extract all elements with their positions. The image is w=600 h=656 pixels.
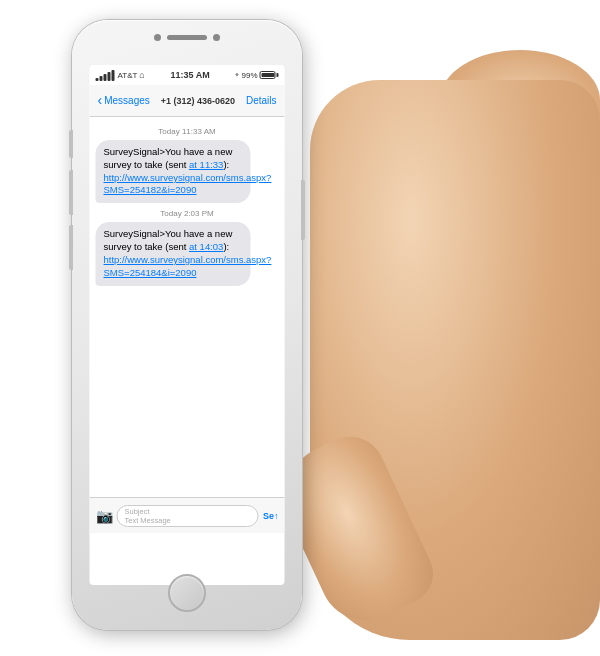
message-input-field[interactable]: Subject Text Message — [117, 505, 259, 527]
signal-strength — [96, 70, 115, 81]
send-button[interactable]: Se↑ — [263, 511, 279, 521]
mute-switch — [69, 130, 73, 158]
back-label: Messages — [104, 95, 150, 106]
nav-bar: ‹ Messages +1 (312) 436-0620 Details — [90, 85, 285, 117]
time-link-1[interactable]: at 11:33 — [189, 159, 223, 170]
carrier-name: AT&T — [118, 71, 138, 80]
url-link-2[interactable]: http://www.surveysignal.com/sms.aspx?SMS… — [104, 254, 272, 278]
power-button — [301, 180, 305, 240]
subject-placeholder: Subject — [125, 507, 251, 516]
details-button[interactable]: Details — [246, 95, 277, 106]
message-text-2: SurveySignal>You have a new survey to ta… — [104, 228, 272, 277]
nav-title: +1 (312) 436-0620 — [161, 96, 235, 106]
message-text-1: SurveySignal>You have a new survey to ta… — [104, 146, 272, 195]
volume-down-button — [69, 225, 73, 270]
back-button[interactable]: ‹ Messages — [98, 94, 150, 107]
date-label-1: Today 11:33 AM — [96, 127, 279, 136]
scene: AT&T ⌂ 11:35 AM ⌖ 99% ‹ Messages — [0, 0, 600, 656]
messages-body: Today 11:33 AM SurveySignal>You have a n… — [90, 117, 285, 497]
gps-icon: ⌖ — [235, 71, 239, 79]
status-left: AT&T ⌂ — [96, 70, 145, 81]
time-link-2[interactable]: at 14:03 — [189, 241, 223, 252]
front-camera — [154, 34, 161, 41]
status-right: ⌖ 99% — [235, 71, 278, 80]
battery-pct: 99% — [241, 71, 257, 80]
phone-screen: AT&T ⌂ 11:35 AM ⌖ 99% ‹ Messages — [90, 65, 285, 585]
camera-icon[interactable]: 📷 — [96, 508, 113, 524]
wifi-icon: ⌂ — [139, 70, 144, 80]
phone-body: AT&T ⌂ 11:35 AM ⌖ 99% ‹ Messages — [72, 20, 302, 630]
message-bubble-1: SurveySignal>You have a new survey to ta… — [96, 140, 251, 203]
volume-up-button — [69, 170, 73, 215]
input-bar: 📷 Subject Text Message Se↑ — [90, 497, 285, 533]
message-placeholder: Text Message — [125, 516, 251, 525]
message-bubble-2: SurveySignal>You have a new survey to ta… — [96, 222, 251, 285]
date-label-2: Today 2:03 PM — [96, 209, 279, 218]
proximity-sensor — [213, 34, 220, 41]
url-link-1[interactable]: http://www.surveysignal.com/sms.aspx?SMS… — [104, 172, 272, 196]
status-bar: AT&T ⌂ 11:35 AM ⌖ 99% — [90, 65, 285, 85]
status-time: 11:35 AM — [171, 70, 210, 80]
chevron-left-icon: ‹ — [98, 93, 103, 107]
earpiece-speaker — [167, 35, 207, 40]
home-button[interactable] — [168, 574, 206, 612]
battery-indicator — [260, 71, 279, 79]
